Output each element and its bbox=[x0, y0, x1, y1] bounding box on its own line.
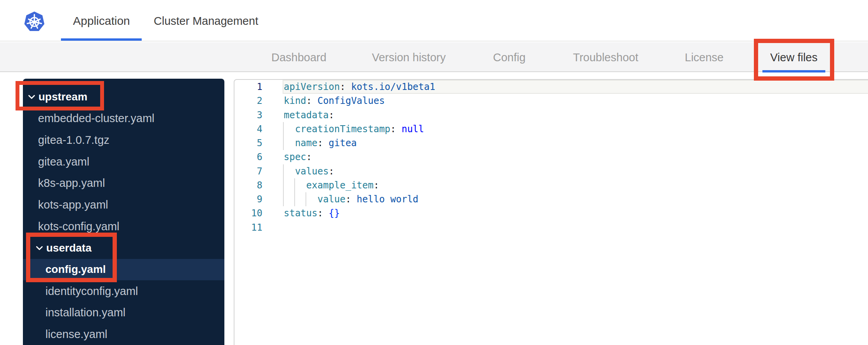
token-key: values bbox=[295, 166, 329, 177]
tree-item-label: installation.yaml bbox=[45, 306, 125, 319]
indent-guide bbox=[283, 122, 284, 136]
tab-application[interactable]: Application bbox=[73, 0, 130, 41]
file-tree-sidebar: upstreamembedded-cluster.yamlgitea-1.0.7… bbox=[23, 79, 224, 345]
token-key: name bbox=[295, 138, 318, 148]
token-pl: : bbox=[373, 180, 379, 191]
editor-content: apiVersion: kots.io/v1beta1kind: ConfigV… bbox=[284, 80, 868, 235]
indent-guide bbox=[283, 136, 284, 150]
line-number: 4 bbox=[234, 122, 262, 136]
view-files-active-underline bbox=[762, 70, 825, 72]
code-line-6: spec: bbox=[284, 150, 868, 164]
kubernetes-logo-icon bbox=[24, 11, 45, 32]
tree-item-label: kots-app.yaml bbox=[38, 198, 108, 211]
subnav-tab-config[interactable]: Config bbox=[493, 42, 526, 71]
token-str: ConfigValues bbox=[318, 95, 385, 106]
subnav-tab-version-history[interactable]: Version history bbox=[372, 42, 446, 71]
tree-item-label: gitea.yaml bbox=[38, 155, 89, 168]
tree-item-label: gitea-1.0.7.tgz bbox=[38, 134, 109, 147]
token-str: gitea bbox=[329, 138, 357, 148]
token-key: apiVersion bbox=[284, 81, 340, 92]
code-line-8: example_item: bbox=[284, 178, 868, 192]
line-number: 11 bbox=[234, 221, 262, 235]
token-pl bbox=[284, 166, 295, 177]
code-line-11 bbox=[284, 221, 868, 235]
line-number: 9 bbox=[234, 192, 262, 206]
code-line-1: apiVersion: kots.io/v1beta1 bbox=[284, 80, 868, 94]
token-pl: : bbox=[318, 208, 329, 219]
token-pl bbox=[284, 194, 318, 205]
tree-item-label: userdata bbox=[46, 242, 92, 254]
code-line-5: name: gitea bbox=[284, 136, 868, 150]
line-number: 2 bbox=[234, 94, 262, 108]
token-pl bbox=[284, 124, 295, 135]
subnav-tab-view-files[interactable]: View files bbox=[770, 42, 818, 71]
subnav-tab-dashboard[interactable]: Dashboard bbox=[271, 42, 326, 71]
code-line-9: value: hello world bbox=[284, 192, 868, 206]
indent-guide bbox=[294, 178, 295, 192]
token-pl: : bbox=[329, 166, 334, 177]
token-pl: : bbox=[306, 95, 318, 106]
chevron-down-icon bbox=[36, 245, 43, 251]
tree-item-license.yaml[interactable]: license.yaml bbox=[23, 324, 224, 345]
line-number: 5 bbox=[234, 136, 262, 150]
code-line-2: kind: ConfigValues bbox=[284, 94, 868, 108]
tree-item-label: identityconfig.yaml bbox=[45, 285, 138, 298]
code-editor[interactable]: 1234567891011 apiVersion: kots.io/v1beta… bbox=[234, 79, 868, 345]
tree-item-config.yaml[interactable]: config.yaml bbox=[23, 259, 224, 281]
code-line-4: creationTimestamp: null bbox=[284, 122, 868, 136]
tab-cluster-management[interactable]: Cluster Management bbox=[154, 0, 258, 41]
chevron-down-icon bbox=[28, 94, 35, 100]
token-key: value bbox=[318, 194, 345, 205]
tree-item-label: license.yaml bbox=[45, 328, 108, 341]
file-tree: upstreamembedded-cluster.yamlgitea-1.0.7… bbox=[23, 79, 224, 345]
token-pl: : bbox=[391, 124, 402, 135]
code-line-3: metadata: bbox=[284, 108, 868, 122]
line-number: 6 bbox=[234, 150, 262, 164]
subnav-tab-license[interactable]: License bbox=[685, 42, 724, 71]
tree-item-kots-config.yaml[interactable]: kots-config.yaml bbox=[23, 216, 224, 237]
line-number: 8 bbox=[234, 178, 262, 192]
token-key: creationTimestamp bbox=[295, 124, 391, 135]
token-kw: null bbox=[401, 124, 424, 135]
tree-item-embedded-cluster.yaml[interactable]: embedded-cluster.yaml bbox=[23, 108, 224, 129]
tree-item-identityconfig.yaml[interactable]: identityconfig.yaml bbox=[23, 280, 224, 302]
token-key: example_item bbox=[306, 180, 373, 191]
subnav-tab-troubleshoot[interactable]: Troubleshoot bbox=[573, 42, 638, 71]
token-pl: : bbox=[306, 152, 312, 162]
code-line-7: values: bbox=[284, 164, 868, 178]
tree-item-userdata[interactable]: userdata bbox=[23, 237, 224, 259]
tree-item-upstream[interactable]: upstream bbox=[23, 86, 224, 108]
tree-item-label: upstream bbox=[38, 91, 87, 103]
indent-guide bbox=[283, 192, 284, 206]
tree-item-k8s-app.yaml[interactable]: k8s-app.yaml bbox=[23, 172, 224, 194]
app-subnav: DashboardVersion historyConfigTroublesho… bbox=[0, 42, 868, 72]
line-number: 7 bbox=[234, 164, 262, 178]
line-number: 3 bbox=[234, 108, 262, 122]
tree-item-label: config.yaml bbox=[45, 263, 106, 276]
line-number: 1 bbox=[234, 80, 262, 94]
editor-gutter: 1234567891011 bbox=[234, 80, 262, 235]
line-number: 10 bbox=[234, 206, 262, 220]
tree-item-gitea-1.0.7.tgz[interactable]: gitea-1.0.7.tgz bbox=[23, 129, 224, 151]
tree-item-kots-app.yaml[interactable]: kots-app.yaml bbox=[23, 194, 224, 216]
token-pl: : bbox=[340, 81, 351, 92]
token-pl: : bbox=[345, 194, 357, 205]
indent-guide bbox=[283, 164, 284, 178]
token-key: status bbox=[284, 208, 318, 219]
token-key: metadata bbox=[284, 110, 329, 121]
indent-guide bbox=[306, 192, 306, 206]
token-pl: : bbox=[329, 110, 334, 121]
tree-item-installation.yaml[interactable]: installation.yaml bbox=[23, 302, 224, 324]
tree-item-label: embedded-cluster.yaml bbox=[38, 112, 155, 125]
token-pl bbox=[284, 180, 306, 191]
code-line-10: status: {} bbox=[284, 206, 868, 220]
token-br: {} bbox=[329, 208, 340, 219]
token-key: kind bbox=[284, 95, 306, 106]
indent-guide bbox=[294, 192, 295, 206]
main-header: Application Cluster Management bbox=[0, 0, 868, 41]
token-key: spec bbox=[284, 152, 306, 162]
token-pl bbox=[284, 138, 295, 148]
token-pl: : bbox=[318, 138, 329, 148]
tree-item-gitea.yaml[interactable]: gitea.yaml bbox=[23, 151, 224, 172]
token-str: kots.io/v1beta1 bbox=[351, 81, 435, 92]
